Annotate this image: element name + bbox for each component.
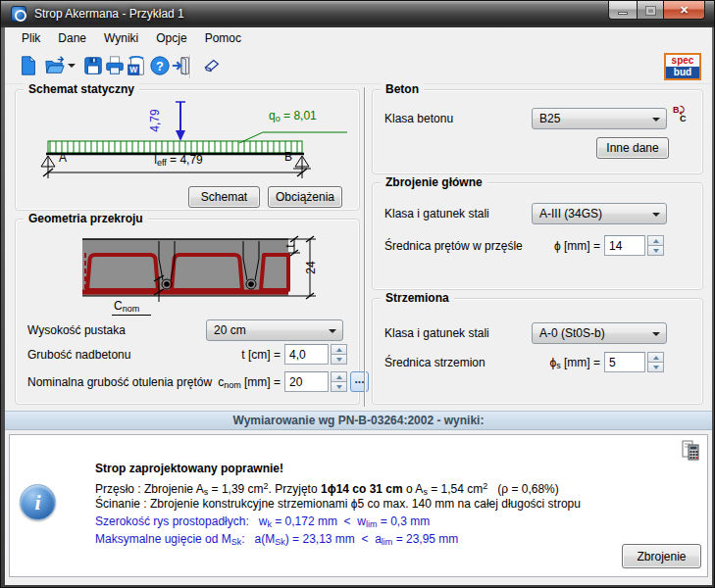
minimize-button[interactable] [608,1,638,20]
chevron-down-icon [329,329,336,337]
klasa-betonu-select[interactable]: B25 [532,108,667,129]
group-zbrojenie-glowne: Zbrojenie główne Klasa i gatunek stali A… [372,182,703,290]
eraser-icon [200,55,222,76]
stal-strzemion-select[interactable]: A-0 (St0S-b) [532,322,667,344]
dimension-height-label: 24 [304,257,318,278]
open-dropdown-caret[interactable] [68,64,76,72]
result-ugiecie-line: Maksymalne ugięcie od MSk: a(MSk) = 23,1… [95,532,458,550]
menu-dane[interactable]: Dane [49,28,95,48]
obciazenia-button[interactable]: Obciążenia [268,186,342,208]
close-icon: ✕ [680,4,689,17]
grubosc-nadbetonu-label: Grubość nadbetonu [27,348,130,362]
srednica-pretow-label: Średnica prętów w przęśle [384,239,523,253]
otulenie-label: Nominalna grubość otulenia prętów [27,375,212,389]
menu-pomoc[interactable]: Pomoc [196,28,250,48]
nadbeton-input[interactable] [284,344,329,365]
word-document-icon: W [126,55,147,76]
column-divider [364,87,366,407]
wysokosc-pustaka-select[interactable]: 20 cm [206,319,343,341]
dimension-t-label: t [283,238,297,254]
support-a-label: A [59,151,67,165]
maximize-icon [646,7,655,15]
group-title: Beton [381,82,424,96]
menu-opcje[interactable]: Opcje [147,28,195,48]
maximize-button [637,1,664,20]
point-load-label: 4,79 [148,103,162,138]
group-title: Geometria przekroju [24,212,148,225]
group-beton: Beton Klasa betonu B25 B⤸ C Inne dane [372,89,703,174]
new-file-button[interactable] [15,52,42,79]
open-folder-icon [44,55,66,76]
toolbar: W ? [5,49,712,84]
spin-down-button[interactable] [647,245,664,256]
results-panel: i Strop zaprojektowany poprawnie! Przęsł… [9,434,708,577]
schemat-button[interactable]: Schemat [188,186,260,208]
group-strzemiona: Strzemiona Klasa i gatunek stali A-0 (St… [372,298,703,405]
cnom-label: Cnom [112,299,151,316]
nadbeton-spinner [331,344,347,365]
stal-strzemion-label: Klasa i gatunek stali [384,326,489,340]
stal-select[interactable]: A-III (34GS) [532,203,667,224]
app-icon [11,6,26,22]
specbud-logo: spec bud [664,53,701,80]
srednica-strzemion-unit-label: ϕs [mm] = [528,356,600,370]
result-status-line: Strop zaprojektowany poprawnie! [95,462,283,476]
calculator-icon [682,440,699,461]
otulenie-unit-label: cnom [mm] = [192,375,281,390]
spin-down-button[interactable] [331,381,347,392]
client-area: Plik Dane Wyniki Opcje Pomoc [5,27,712,585]
srednica-pretow-input[interactable] [604,235,645,256]
srednica-spinner [647,235,664,256]
support-b-label: B [284,150,292,164]
eraser-button[interactable] [197,52,225,79]
logo-bud-text: bud [666,67,699,78]
minimize-icon [618,12,628,15]
wysokosc-pustaka-label: Wysokość pustaka [27,323,126,337]
group-schemat-statyczny: Schemat statyczny [15,89,360,211]
distributed-load-label: qo = 8,01 [269,109,317,123]
group-geometria-przekroju: Geometria przekroju [15,219,360,405]
calculations-report-button[interactable] [682,440,699,461]
spin-down-button[interactable] [647,362,664,372]
b-to-c-converter-icon[interactable]: B⤸ C [673,106,694,131]
info-icon: i [20,484,56,520]
menu-wyniki[interactable]: Wyniki [95,28,147,48]
span-length-label: leff = 4,79 [110,153,247,168]
open-file-button[interactable] [42,52,77,79]
group-title: Strzemiona [381,291,454,305]
spin-down-button[interactable] [331,354,347,365]
app-window: Strop Akermana - Przykład 1 ✕ Plik Dane … [0,0,715,588]
group-title: Schemat statyczny [24,82,139,96]
chevron-down-icon [652,213,660,220]
klasa-betonu-label: Klasa betonu [384,112,453,125]
srednica-unit-label: ϕ [mm] = [530,239,600,253]
srednica-strzemion-spinner [647,352,664,372]
menu-plik[interactable]: Plik [13,28,49,48]
zbrojenie-button[interactable]: Zbrojenie [622,544,701,568]
otulenie-spinner [331,371,347,392]
svg-text:W: W [129,66,137,74]
svg-text:?: ? [156,59,164,74]
nadbeton-unit-label: t [cm] = [202,348,281,362]
srednica-strzemion-label: Średnica strzemion [384,356,485,369]
group-title: Zbrojenie główne [381,175,487,189]
results-header: Wymiarowanie wg PN-B-03264:2002 - wyniki… [5,411,712,430]
otulenie-more-button[interactable]: ... [350,371,369,392]
stal-label: Klasa i gatunek stali [384,207,489,220]
new-file-icon [18,55,39,76]
menu-bar: Plik Dane Wyniki Opcje Pomoc [5,27,712,49]
window-title: Strop Akermana - Przykład 1 [34,7,184,21]
chevron-down-icon [652,332,660,340]
toolbar-separator [189,55,191,78]
result-rysy-line: Szerokość rys prostopadłych: wk = 0,172 … [95,514,430,532]
close-button[interactable]: ✕ [663,1,705,20]
chevron-down-icon [652,118,660,125]
logo-spec-text: spec [666,55,699,67]
result-scinanie-line: Ścinanie : Zbrojenie konstrukcyjne strze… [95,497,581,512]
title-bar: Strop Akermana - Przykład 1 ✕ [1,1,714,27]
srednica-strzemion-input[interactable] [604,352,645,372]
inne-dane-button[interactable]: Inne dane [596,137,669,159]
otulenie-input[interactable] [284,371,329,392]
